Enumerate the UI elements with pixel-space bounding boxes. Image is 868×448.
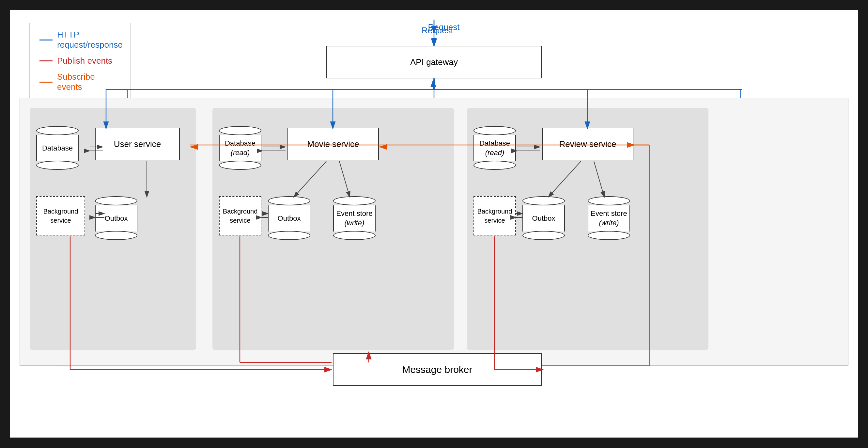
user-bg-service-box: Backgroundservice (36, 196, 85, 235)
movie-outbox-bottom (268, 231, 310, 240)
review-db-cylinder: Database(read) (473, 126, 516, 170)
api-gateway-label: API gateway (410, 57, 458, 67)
movie-db-cylinder: Database(read) (219, 126, 261, 170)
legend-publish-line (39, 60, 53, 61)
movie-service-panel: Database(read) Movie service Outbox (212, 108, 454, 350)
movie-db-label: Database(read) (225, 139, 255, 157)
movie-eventstore-bottom (333, 231, 376, 240)
user-outbox-label: Outbox (105, 214, 128, 223)
movie-db-top (219, 126, 261, 135)
review-eventstore-bottom (588, 231, 630, 240)
movie-bg-label: Backgroundservice (223, 207, 258, 225)
legend-subscribe: Subscribe events (39, 72, 120, 92)
review-outbox-body: Outbox (522, 205, 565, 232)
user-service-label: User service (114, 139, 161, 149)
review-eventstore-label: Event store(write) (591, 209, 627, 228)
review-eventstore-top (588, 196, 630, 205)
user-db-body: Database (36, 135, 79, 161)
legend-subscribe-label: Subscribe events (57, 72, 120, 92)
services-area: Database User service Outbox Backgrounds… (20, 98, 848, 366)
user-service-panel: Database User service Outbox Backgrounds… (30, 108, 196, 350)
review-outbox-cylinder: Outbox (522, 196, 565, 240)
review-eventstore-body: Event store(write) (588, 205, 630, 232)
api-gateway-box: API gateway (326, 46, 542, 78)
user-db-top (36, 126, 79, 135)
review-bg-service-box: Backgroundservice (473, 196, 516, 235)
movie-eventstore-body: Event store(write) (333, 205, 376, 232)
user-db-bottom (36, 161, 79, 170)
movie-eventstore-label: Event store(write) (336, 209, 372, 228)
review-db-top (473, 126, 516, 135)
message-broker-box: Message broker (333, 353, 542, 386)
user-service-box: User service (95, 128, 180, 160)
user-outbox-cylinder: Outbox (95, 196, 137, 240)
legend-http: HTTP request/response (39, 30, 120, 50)
legend: HTTP request/response Publish events Sub… (29, 23, 130, 99)
user-db-label: Database (42, 144, 73, 153)
review-service-panel: Database(read) Review service Outbox (467, 108, 708, 350)
legend-publish-label: Publish events (57, 56, 112, 66)
review-outbox-label: Outbox (532, 214, 555, 223)
review-eventstore-cylinder: Event store(write) (588, 196, 630, 240)
review-service-label: Review service (559, 139, 616, 149)
review-db-bottom (473, 161, 516, 170)
legend-http-label: HTTP request/response (57, 30, 123, 50)
main-canvas: HTTP request/response Publish events Sub… (10, 10, 858, 438)
legend-http-line (39, 39, 53, 40)
review-service-box: Review service (542, 128, 633, 160)
legend-subscribe-line (39, 82, 53, 83)
movie-eventstore-top (333, 196, 376, 205)
movie-db-body: Database(read) (219, 135, 261, 161)
review-db-body: Database(read) (473, 135, 516, 161)
message-broker-label: Message broker (402, 364, 472, 375)
review-db-label: Database(read) (479, 139, 510, 157)
movie-outbox-label: Outbox (278, 214, 301, 223)
movie-db-bottom (219, 161, 261, 170)
movie-outbox-top (268, 196, 310, 205)
review-outbox-bottom (522, 231, 565, 240)
movie-eventstore-cylinder: Event store(write) (333, 196, 376, 240)
user-outbox-body: Outbox (95, 205, 137, 232)
user-outbox-bottom (95, 231, 137, 240)
movie-service-box: Movie service (287, 128, 379, 160)
legend-publish: Publish events (39, 56, 120, 66)
user-bg-label: Backgroundservice (43, 207, 78, 225)
user-outbox-top (95, 196, 137, 205)
review-outbox-top (522, 196, 565, 205)
user-db-cylinder: Database (36, 126, 79, 170)
movie-outbox-cylinder: Outbox (268, 196, 310, 240)
movie-bg-service-box: Backgroundservice (219, 196, 261, 235)
movie-service-label: Movie service (307, 139, 359, 149)
movie-outbox-body: Outbox (268, 205, 310, 232)
request-text: Request (422, 26, 453, 36)
review-bg-label: Backgroundservice (477, 207, 512, 225)
